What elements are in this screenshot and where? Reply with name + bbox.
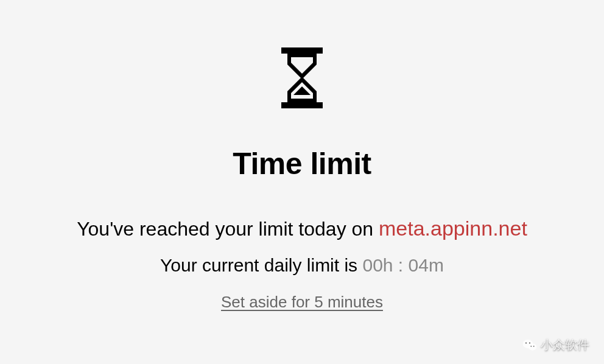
svg-point-3	[528, 343, 537, 351]
svg-point-4	[525, 342, 527, 343]
watermark: 小众软件	[522, 337, 589, 353]
svg-point-7	[533, 345, 535, 346]
svg-point-5	[529, 342, 530, 343]
hourglass-icon	[278, 47, 326, 108]
watermark-text: 小众软件	[541, 337, 589, 353]
set-aside-link[interactable]: Set aside for 5 minutes	[221, 293, 383, 312]
svg-point-6	[530, 345, 532, 346]
site-name: meta.appinn.net	[379, 217, 527, 240]
daily-limit-line: Your current daily limit is 00h : 04m	[160, 255, 444, 276]
svg-rect-0	[281, 47, 323, 54]
limit-time-value: 00h : 04m	[362, 255, 443, 275]
page-title: Time limit	[233, 146, 371, 181]
wechat-icon	[522, 338, 537, 352]
svg-rect-1	[281, 102, 323, 108]
limit-prefix: Your current daily limit is	[160, 255, 362, 275]
limit-reached-message: You've reached your limit today on meta.…	[77, 217, 527, 240]
message-prefix: You've reached your limit today on	[77, 218, 379, 240]
